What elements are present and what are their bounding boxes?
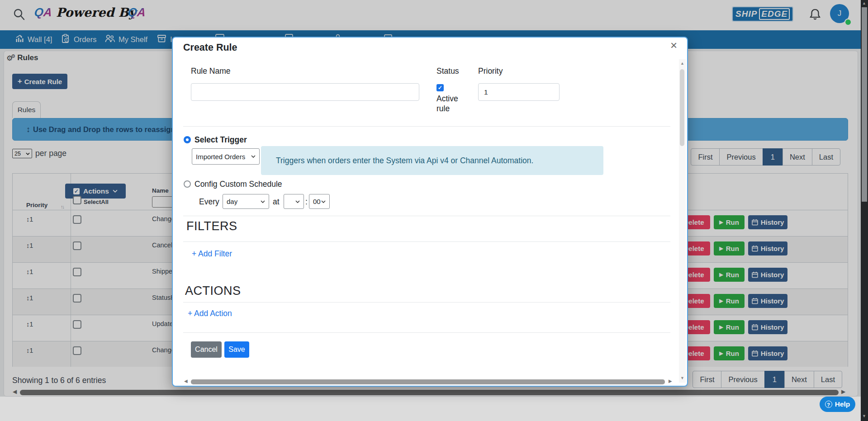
cancel-button[interactable]: Cancel <box>191 341 222 358</box>
save-button[interactable]: Save <box>224 341 249 358</box>
section-divider <box>183 332 670 333</box>
help-button[interactable]: ? Help <box>820 397 855 412</box>
modal-hscroll-left-arrow[interactable]: ◀ <box>184 378 188 383</box>
filters-heading: FILTERS <box>186 219 237 233</box>
rule-name-label: Rule Name <box>191 66 231 76</box>
select-trigger-radio[interactable] <box>184 136 191 143</box>
trigger-info-box: Triggers when orders enter the System vi… <box>261 146 603 175</box>
hour-select[interactable] <box>284 194 304 209</box>
config-schedule-label: Config Custom Schedule <box>194 180 282 189</box>
section-divider <box>183 241 670 242</box>
every-select[interactable]: day <box>223 194 269 209</box>
close-icon[interactable]: × <box>670 38 677 52</box>
trigger-info-text: Triggers when orders enter the System vi… <box>276 156 533 166</box>
rule-name-input[interactable] <box>191 83 419 101</box>
vscrollbar-thumb[interactable] <box>862 7 867 202</box>
trigger-select[interactable]: Imported Orders <box>192 148 260 165</box>
priority-label: Priority <box>478 66 503 76</box>
chevron-down-icon <box>295 200 300 203</box>
chevron-down-icon <box>261 200 265 203</box>
minute-select[interactable]: 00 <box>309 194 330 209</box>
actions-heading: ACTIONS <box>185 284 241 298</box>
cancel-label: Cancel <box>195 345 218 354</box>
status-label: Status <box>436 66 459 76</box>
colon-separator: : <box>305 197 308 207</box>
status-checkbox[interactable]: ✓ <box>436 84 444 91</box>
question-circle-icon: ? <box>825 401 832 408</box>
every-label: Every <box>199 197 219 207</box>
modal-vscroll-down-arrow[interactable]: ▼ <box>680 376 684 380</box>
modal-vscrollbar-thumb[interactable] <box>680 69 684 146</box>
vscrollbar: ▲ ▼ <box>861 0 868 421</box>
chevron-down-icon <box>251 155 256 158</box>
modal-vscroll-up-arrow[interactable]: ▲ <box>680 61 684 66</box>
vscroll-down-arrow[interactable]: ▼ <box>862 414 866 418</box>
help-label: Help <box>835 400 850 408</box>
vscroll-up-arrow[interactable]: ▲ <box>862 1 866 5</box>
select-trigger-label: Select Trigger <box>194 135 247 145</box>
section-divider <box>183 126 670 127</box>
chevron-down-icon <box>321 200 326 203</box>
section-divider <box>183 302 670 303</box>
modal-title: Create Rule <box>183 42 237 53</box>
config-schedule-radio[interactable] <box>184 180 191 188</box>
trigger-select-value: Imported Orders <box>196 153 245 161</box>
footer-strip <box>0 397 868 421</box>
section-divider <box>183 216 670 216</box>
create-rule-modal: Create Rule × Rule Name Status ✓ Active … <box>172 37 688 387</box>
save-label: Save <box>228 345 245 354</box>
radio-dot <box>186 138 189 141</box>
active-rule-label: Active rule <box>436 94 465 114</box>
add-action-link[interactable]: + Add Action <box>188 309 232 318</box>
modal-hscrollbar-thumb[interactable] <box>191 379 665 384</box>
every-select-value: day <box>227 198 237 205</box>
add-filter-link[interactable]: + Add Filter <box>192 249 232 259</box>
app-root: QA Powered By QA SHIP EDGE J Wall [4] Or… <box>0 0 868 421</box>
at-label: at <box>273 197 280 207</box>
minute-select-value: 00 <box>313 198 321 205</box>
priority-input[interactable] <box>478 83 560 101</box>
modal-hscroll-right-arrow[interactable]: ▶ <box>669 378 672 383</box>
modal-vscrollbar: ▲ ▼ <box>679 59 686 383</box>
